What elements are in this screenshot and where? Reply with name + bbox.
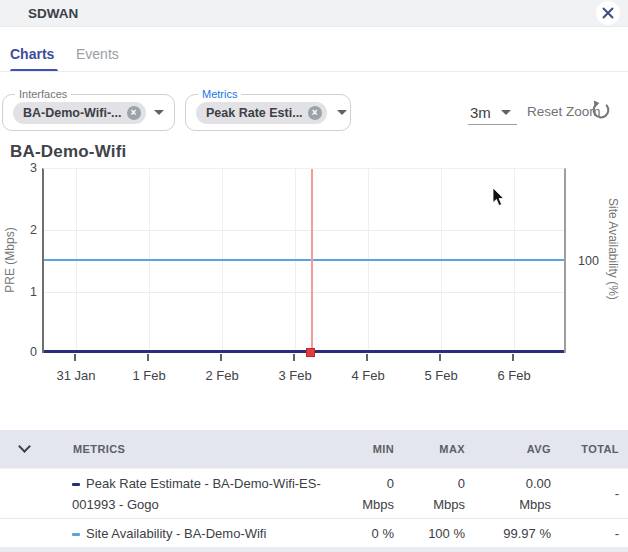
v-gridline [295, 169, 296, 353]
x-tick [220, 354, 222, 361]
refresh-button[interactable] [590, 99, 614, 123]
y-tick-2: 2 [20, 223, 37, 237]
metrics-chip-label: Peak Rate Esti... [206, 106, 303, 120]
metrics-label: Metrics [198, 88, 241, 100]
series-legend-marker [72, 483, 80, 486]
tabs-divider [0, 71, 628, 72]
x-label: 1 Feb [119, 368, 179, 383]
x-label: 31 Jan [46, 368, 106, 383]
x-tick [293, 354, 295, 361]
remove-icon[interactable]: × [308, 106, 322, 120]
refresh-icon [590, 99, 612, 121]
right-axis-tick: 100 [578, 254, 599, 268]
titlebar: SDWAN [0, 0, 628, 27]
interfaces-label: Interfaces [15, 88, 71, 100]
col-max: MAX [381, 430, 465, 468]
x-tick [74, 354, 76, 361]
chevron-down-icon [501, 110, 511, 115]
x-label: 2 Feb [192, 368, 252, 383]
next-section-strip [0, 547, 628, 552]
crosshair-line [311, 169, 313, 353]
metric-name-cell: Site Availability - BA-Demo-Wifi [72, 519, 326, 547]
chart-plot-area[interactable] [42, 168, 566, 353]
metric-name-cell: Peak Rate Estimate - BA-Demo-Wifi-ES-001… [72, 469, 326, 518]
series-legend-marker [72, 533, 80, 536]
h-gridline [44, 292, 564, 293]
collapse-chevron-icon[interactable] [18, 440, 31, 453]
time-range-value: 3m [470, 104, 491, 121]
interfaces-select[interactable]: Interfaces BA-Demo-Wifi-... × [2, 94, 175, 131]
tab-events[interactable]: Events [76, 46, 119, 62]
max-value: 0 Mbps [381, 469, 465, 518]
x-tick [147, 354, 149, 361]
chevron-down-icon[interactable] [154, 110, 164, 115]
x-label: 6 Feb [484, 368, 544, 383]
x-axis [42, 353, 566, 363]
max-value: 100 % [381, 519, 465, 547]
tab-charts[interactable]: Charts [10, 46, 54, 62]
crosshair-marker [306, 348, 315, 357]
x-tick [439, 354, 441, 361]
sdwan-panel: SDWAN Charts Events Interfaces BA-Demo-W… [0, 0, 628, 552]
v-gridline [441, 169, 442, 353]
x-label: 3 Feb [265, 368, 325, 383]
total-value: - [535, 519, 619, 547]
v-gridline [76, 169, 77, 353]
x-label: 4 Feb [338, 368, 398, 383]
y-tick-3: 3 [20, 161, 37, 175]
right-axis-title: Site Availability (%) [606, 198, 620, 300]
metric-name: Peak Rate Estimate - BA-Demo-Wifi-ES-001… [72, 476, 321, 512]
series-site-availability-line [44, 259, 564, 261]
panel-title: SDWAN [28, 0, 78, 27]
remove-icon[interactable]: × [127, 106, 141, 120]
close-icon [602, 7, 614, 19]
table-row[interactable]: Peak Rate Estimate - BA-Demo-Wifi-ES-001… [0, 468, 628, 518]
chart-title: BA-Demo-Wifi [10, 142, 127, 162]
v-gridline [222, 169, 223, 353]
left-axis-title: PRE (Mbps) [3, 220, 17, 300]
mouse-cursor-icon [492, 188, 506, 212]
v-gridline [514, 169, 515, 353]
chevron-down-icon[interactable] [337, 110, 347, 115]
table-row[interactable]: Site Availability - BA-Demo-Wifi 0 % 100… [0, 518, 628, 547]
x-label: 5 Feb [411, 368, 471, 383]
close-button[interactable] [596, 1, 620, 25]
y-tick-0: 0 [20, 345, 37, 359]
table-header: METRICS MIN MAX AVG TOTAL [0, 430, 628, 468]
interfaces-chip[interactable]: BA-Demo-Wifi-... × [13, 102, 146, 124]
interfaces-chip-label: BA-Demo-Wifi-... [23, 106, 122, 120]
y-tick-1: 1 [20, 285, 37, 299]
metrics-select[interactable]: Metrics Peak Rate Esti... × [185, 94, 351, 131]
v-gridline [368, 169, 369, 353]
v-gridline [149, 169, 150, 353]
metrics-content: Peak Rate Esti... × [186, 95, 350, 130]
metrics-chip[interactable]: Peak Rate Esti... × [196, 102, 327, 124]
x-tick [512, 354, 514, 361]
x-tick [366, 354, 368, 361]
metric-name: Site Availability - BA-Demo-Wifi [86, 526, 266, 541]
total-value: - [535, 469, 619, 518]
col-total: TOTAL [535, 430, 619, 468]
interfaces-content: BA-Demo-Wifi-... × [3, 95, 174, 130]
col-metrics: METRICS [73, 430, 313, 468]
h-gridline [44, 230, 564, 231]
time-range-select[interactable]: 3m [468, 100, 517, 125]
